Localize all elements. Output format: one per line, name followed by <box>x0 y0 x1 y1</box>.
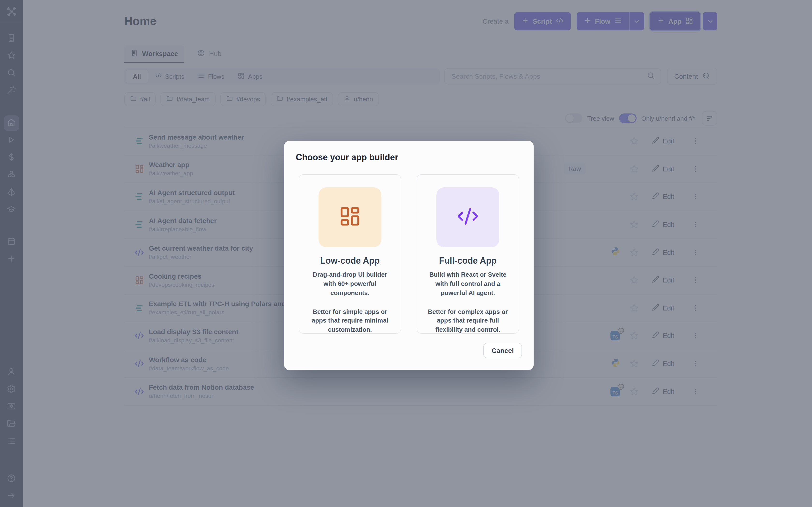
option-tile <box>437 187 499 247</box>
code-icon <box>457 205 479 229</box>
option-title: Full-code App <box>424 256 512 266</box>
app-builder-modal: Choose your app builder Low-code AppDrag… <box>284 141 534 370</box>
option-desc-1: Build with React or Svelte with full con… <box>424 270 512 298</box>
low-code-app-card[interactable]: Low-code AppDrag-and-drop UI builder wit… <box>299 174 401 334</box>
builder-options: Low-code AppDrag-and-drop UI builder wit… <box>296 174 522 334</box>
modal-title: Choose your app builder <box>296 153 522 163</box>
full-code-app-card[interactable]: Full-code AppBuild with React or Svelte … <box>417 174 519 334</box>
option-desc-2: Better for simple apps or apps that requ… <box>306 307 394 335</box>
option-desc-1: Drag-and-drop UI builder with 60+ powerf… <box>306 270 394 298</box>
dashboard-icon <box>339 205 361 229</box>
app-window: Home Create a Script Flow <box>0 0 812 507</box>
option-tile <box>318 187 382 247</box>
option-desc-2: Better for complex apps or apps that req… <box>424 307 512 335</box>
option-title: Low-code App <box>306 256 394 266</box>
cancel-button[interactable]: Cancel <box>483 343 522 358</box>
